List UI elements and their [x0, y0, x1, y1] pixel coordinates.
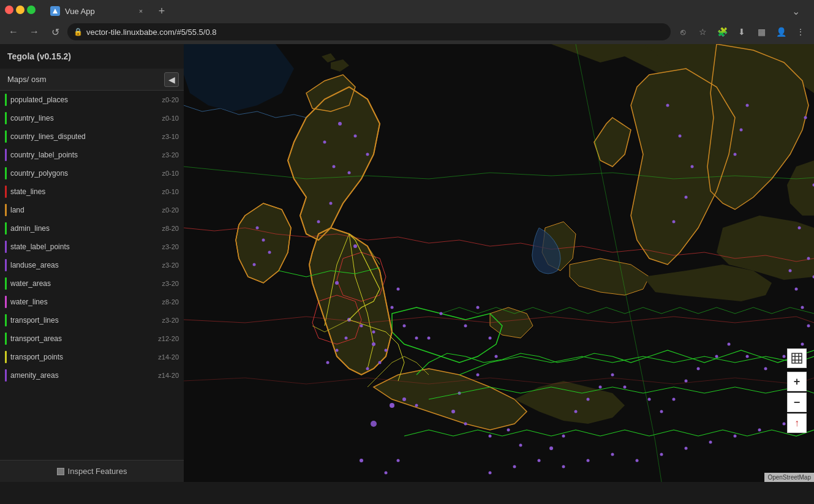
svg-point-88 [562, 465, 565, 468]
layer-name: country_polygons [10, 169, 158, 178]
layer-name: state_lines [10, 187, 158, 196]
layer-item[interactable]: country_lines z0-10 [0, 109, 184, 127]
svg-point-64 [402, 397, 406, 401]
share-button[interactable]: ⎋ [674, 23, 692, 40]
inspect-bar[interactable]: Inspect Features [0, 460, 184, 482]
svg-point-21 [464, 423, 467, 426]
layer-name: admin_lines [10, 224, 158, 233]
svg-point-74 [666, 104, 669, 107]
svg-point-79 [734, 153, 737, 156]
profile-button[interactable]: 👤 [772, 23, 790, 40]
svg-point-66 [338, 122, 342, 126]
layer-name: populated_places [10, 96, 158, 104]
url-text: vector-tile.linuxbabe.com/#5/55.5/0.8 [86, 28, 216, 37]
layer-color-indicator [5, 167, 7, 179]
layer-item[interactable]: transport_lines z3-20 [0, 311, 184, 329]
svg-point-18 [477, 374, 480, 377]
browser-chrome: Vue App × + ⌄ ← → ↺ 🔒 vector-tile.linuxb… [0, 0, 814, 44]
extensions-button[interactable]: 🧩 [714, 23, 731, 40]
svg-point-36 [697, 367, 700, 370]
back-button[interactable]: ← [5, 23, 22, 40]
svg-point-28 [587, 398, 590, 401]
layer-color-indicator [5, 277, 7, 290]
svg-point-42 [801, 343, 804, 346]
svg-point-34 [673, 398, 676, 401]
layer-name: state_label_points [10, 243, 158, 251]
title-bar: Vue App × + ⌄ [0, 0, 814, 20]
address-bar[interactable]: 🔒 vector-tile.linuxbabe.com/#5/55.5/0.8 [67, 23, 671, 40]
tab-favicon [50, 6, 60, 16]
close-window-button[interactable] [5, 6, 13, 14]
svg-point-49 [366, 367, 369, 370]
reload-button[interactable]: ↺ [47, 23, 64, 40]
svg-point-85 [489, 472, 492, 475]
grid-button[interactable] [787, 348, 807, 368]
svg-point-47 [807, 257, 810, 260]
svg-point-94 [709, 441, 712, 444]
svg-point-9 [354, 135, 357, 138]
layer-item[interactable]: state_lines z0-10 [0, 182, 184, 201]
layer-item[interactable]: land z0-20 [0, 201, 184, 219]
menu-button[interactable]: ⋮ [792, 23, 809, 40]
layer-item[interactable]: amenity_areas z14-20 [0, 366, 184, 385]
layer-header: Maps/ osm ◀ [0, 69, 184, 91]
layer-color-indicator [5, 222, 7, 235]
layer-zoom: z3-20 [162, 261, 179, 269]
svg-point-84 [798, 227, 801, 230]
compass-button[interactable]: ↑ [787, 413, 807, 433]
forward-button[interactable]: → [26, 23, 43, 40]
svg-point-43 [807, 325, 810, 328]
download-button[interactable]: ⬇ [733, 23, 750, 40]
svg-point-53 [360, 325, 363, 328]
svg-point-25 [549, 446, 553, 450]
layer-zoom: z0-10 [162, 170, 179, 177]
collapse-sidebar-button[interactable]: ◀ [164, 72, 179, 87]
tab-close-button[interactable]: × [136, 6, 146, 16]
layer-zoom: z0-20 [162, 96, 179, 103]
svg-point-83 [804, 116, 807, 119]
layer-item[interactable]: transport_areas z12-20 [0, 329, 184, 348]
layer-zoom: z0-10 [162, 115, 179, 122]
layer-item[interactable]: country_lines_disputed z3-10 [0, 127, 184, 146]
sidebar-toggle-button[interactable]: ▦ [753, 23, 770, 40]
layer-item[interactable]: country_polygons z0-10 [0, 164, 184, 182]
sidebar: Tegola (v0.15.2) Maps/ osm ◀ populated_p… [0, 44, 184, 482]
tab-overflow-button[interactable]: ⌄ [787, 2, 804, 20]
svg-point-6 [317, 220, 320, 224]
layer-color-indicator [5, 204, 7, 216]
svg-point-58 [391, 306, 394, 309]
active-tab[interactable]: Vue App × [43, 2, 153, 20]
svg-point-56 [326, 361, 330, 364]
layer-name: country_lines_disputed [10, 132, 158, 141]
svg-point-86 [513, 465, 516, 468]
minimize-window-button[interactable] [16, 6, 24, 14]
layer-item[interactable]: country_label_points z3-20 [0, 146, 184, 164]
svg-point-61 [385, 472, 388, 475]
inspect-label: Inspect Features [68, 467, 127, 476]
layer-zoom: z0-20 [162, 206, 179, 214]
bookmark-button[interactable]: ☆ [694, 23, 711, 40]
zoom-in-button[interactable]: + [787, 372, 807, 391]
layer-color-indicator [5, 259, 7, 271]
svg-point-76 [691, 165, 694, 168]
layer-zoom: z14-20 [158, 353, 179, 361]
tab-label: Vue App [65, 7, 95, 16]
svg-point-37 [715, 355, 718, 358]
svg-point-30 [611, 374, 614, 377]
layer-zoom: z3-20 [162, 280, 179, 287]
layer-item[interactable]: water_areas z3-20 [0, 274, 184, 293]
layer-item[interactable]: state_label_points z3-20 [0, 238, 184, 256]
map-container[interactable]: + − ↑ OpenStreetMap [184, 44, 814, 482]
zoom-out-button[interactable]: − [787, 393, 807, 412]
layer-item[interactable]: populated_places z0-20 [0, 91, 184, 109]
layer-name: country_label_points [10, 151, 158, 159]
layer-name: amenity_areas [10, 371, 154, 380]
layer-item[interactable]: admin_lines z8-20 [0, 219, 184, 238]
svg-point-62 [397, 459, 400, 462]
layer-item[interactable]: transport_points z14-20 [0, 348, 184, 366]
layer-color-indicator [5, 369, 7, 382]
layer-item[interactable]: water_lines z8-20 [0, 293, 184, 311]
new-tab-button[interactable]: + [153, 2, 170, 20]
layer-item[interactable]: landuse_areas z3-20 [0, 256, 184, 274]
maximize-window-button[interactable] [27, 6, 36, 14]
